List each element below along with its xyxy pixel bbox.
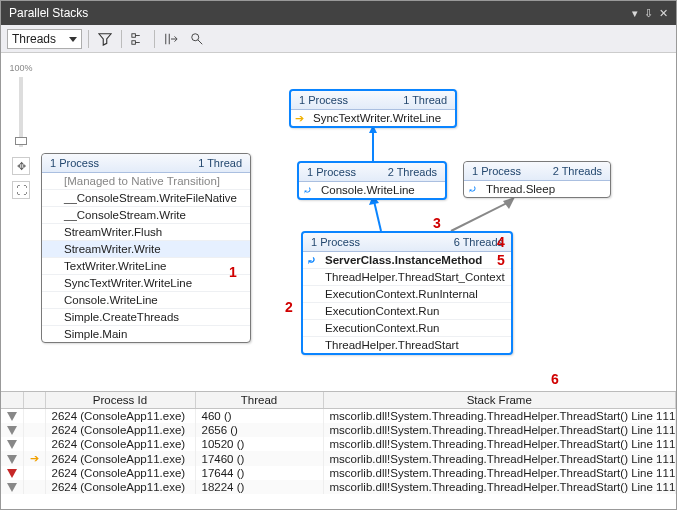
thread-cell: 2656 () [195,423,323,437]
flag-icon[interactable] [7,426,17,435]
stack-frame[interactable]: Console.WriteLine [42,292,250,309]
toggle-zoom-icon[interactable] [187,29,207,49]
frame-cell: mscorlib.dll!System.Threading.ThreadHelp… [323,466,676,480]
frame-cell: mscorlib.dll!System.Threading.ThreadHelp… [323,480,676,494]
stack-frame[interactable]: ExecutionContext.RunInternal [303,286,511,303]
zoom-slider[interactable] [19,77,23,147]
thread-cell: 17644 () [195,466,323,480]
stack-frame[interactable]: ThreadHelper.ThreadStart_Context [303,269,511,286]
stack-frame[interactable]: ServerClass.InstanceMethod [303,252,511,269]
stack-node-header: 1 Process 2 Threads [464,162,610,181]
fit-icon[interactable]: ⛶ [12,181,30,199]
thread-column[interactable]: Thread [195,392,323,409]
process-cell: 2624 (ConsoleApp11.exe) [45,423,195,437]
stack-node-header: 1 Process 1 Thread [291,91,455,110]
stack-frame[interactable]: StreamWriter.Write [42,241,250,258]
stack-frame[interactable]: TextWriter.WriteLine [42,258,250,275]
annotation-5: 5 [497,252,505,268]
svg-rect-1 [132,40,136,44]
separator [88,30,89,48]
frame-cell: mscorlib.dll!System.Threading.ThreadHelp… [323,437,676,451]
dropdown-icon[interactable]: ▾ [632,7,638,20]
parallel-stacks-canvas[interactable]: 100% ✥ ⛶ 1 Process 1 Thread [Managed to … [1,53,676,391]
stack-node-sleep[interactable]: 1 Process 2 Threads Thread.Sleep [463,161,611,198]
table-row[interactable]: 2624 (ConsoleApp11.exe)460 ()mscorlib.dl… [1,409,676,424]
pan-icon[interactable]: ✥ [12,157,30,175]
stack-frame[interactable]: [Managed to Native Transition] [42,173,250,190]
view-selector-label: Threads [12,32,56,46]
thread-count: 6 Threads [454,236,503,248]
svg-rect-0 [132,33,136,37]
stack-frame[interactable]: StreamWriter.Flush [42,224,250,241]
annotation-6: 6 [551,371,559,387]
stack-frame[interactable]: SyncTextWriter.WriteLine [291,110,455,126]
frame-cell: mscorlib.dll!System.Threading.ThreadHelp… [323,409,676,424]
stack-node-synctw[interactable]: 1 Process 1 Thread SyncTextWriter.WriteL… [289,89,457,128]
process-cell: 2624 (ConsoleApp11.exe) [45,437,195,451]
stack-frame[interactable]: Console.WriteLine [299,182,445,198]
window-controls: ▾ ⇩ ✕ [632,7,668,20]
annotation-3: 3 [433,215,441,231]
stack-frame[interactable]: SyncTextWriter.WriteLine [42,275,250,292]
filter-icon[interactable] [95,29,115,49]
table-row[interactable]: 2624 (ConsoleApp11.exe)10520 ()mscorlib.… [1,437,676,451]
flag-icon[interactable] [7,455,17,464]
autoscroll-icon[interactable] [161,29,181,49]
stack-frame[interactable]: Thread.Sleep [464,181,610,197]
frame-cell: mscorlib.dll!System.Threading.ThreadHelp… [323,451,676,466]
process-count: 1 Process [50,157,99,169]
zoom-percent: 100% [9,63,32,73]
separator [121,30,122,48]
svg-line-5 [374,201,381,231]
thread-cell: 460 () [195,409,323,424]
thread-count: 1 Thread [198,157,242,169]
current-thread-icon: ➔ [30,452,39,464]
toolbar: Threads [1,25,676,53]
process-cell: 2624 (ConsoleApp11.exe) [45,409,195,424]
stack-frame[interactable]: ExecutionContext.Run [303,320,511,337]
thread-count: 2 Threads [553,165,602,177]
frame-cell: mscorlib.dll!System.Threading.ThreadHelp… [323,423,676,437]
stack-frame[interactable]: ExecutionContext.Run [303,303,511,320]
process-count: 1 Process [311,236,360,248]
close-icon[interactable]: ✕ [659,7,668,20]
svg-marker-8 [503,197,515,209]
stack-node-header: 1 Process 2 Threads [299,163,445,182]
table-row[interactable]: 2624 (ConsoleApp11.exe)18224 ()mscorlib.… [1,480,676,494]
thread-cell: 10520 () [195,437,323,451]
table-row[interactable]: 2624 (ConsoleApp11.exe)17644 ()mscorlib.… [1,466,676,480]
thread-count: 2 Threads [388,166,437,178]
flag-icon[interactable] [7,440,17,449]
stack-frame[interactable]: Simple.Main [42,326,250,342]
pin-icon[interactable]: ⇩ [644,7,653,20]
threads-grid[interactable]: Process Id Thread Stack Frame 2624 (Cons… [1,391,676,509]
stack-frame[interactable]: __ConsoleStream.WriteFileNative [42,190,250,207]
current-column[interactable] [23,392,45,409]
separator [154,30,155,48]
annotation-2: 2 [285,299,293,315]
flag-column[interactable] [1,392,23,409]
toggle-method-view-icon[interactable] [128,29,148,49]
process-column[interactable]: Process Id [45,392,195,409]
stack-node-server[interactable]: 1 Process 6 Threads ServerClass.Instance… [301,231,513,355]
process-cell: 2624 (ConsoleApp11.exe) [45,451,195,466]
stack-node-main[interactable]: 1 Process 1 Thread [Managed to Native Tr… [41,153,251,343]
zoom-control[interactable]: 100% ✥ ⛶ [11,63,31,223]
flag-icon[interactable] [7,469,17,478]
stack-node-console[interactable]: 1 Process 2 Threads Console.WriteLine [297,161,447,200]
view-selector[interactable]: Threads [7,29,82,49]
process-count: 1 Process [472,165,521,177]
table-row[interactable]: ➔2624 (ConsoleApp11.exe)17460 ()mscorlib… [1,451,676,466]
stack-node-header: 1 Process 6 Threads [303,233,511,252]
stack-frame[interactable]: ThreadHelper.ThreadStart [303,337,511,353]
table-row[interactable]: 2624 (ConsoleApp11.exe)2656 ()mscorlib.d… [1,423,676,437]
flag-icon[interactable] [7,483,17,492]
stack-node-header: 1 Process 1 Thread [42,154,250,173]
stack-frame[interactable]: __ConsoleStream.Write [42,207,250,224]
flag-icon[interactable] [7,412,17,421]
frame-column[interactable]: Stack Frame [323,392,676,409]
process-count: 1 Process [307,166,356,178]
thread-cell: 18224 () [195,480,323,494]
stack-frame[interactable]: Simple.CreateThreads [42,309,250,326]
process-cell: 2624 (ConsoleApp11.exe) [45,480,195,494]
